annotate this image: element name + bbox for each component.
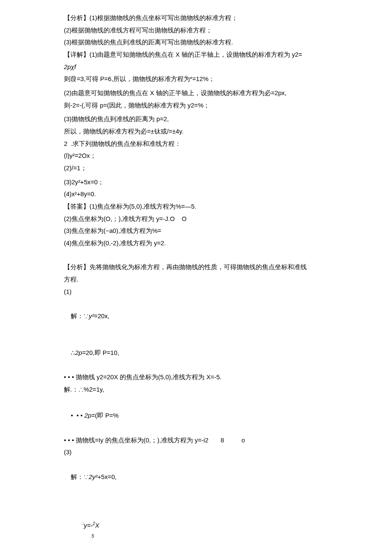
sub-2: (2)/=1； [64, 162, 328, 176]
text: =20,即 P=10, [82, 349, 119, 356]
analysis-2: (2)根据抛物线的准线方程可写出抛物线的标准方程； [64, 24, 328, 37]
text: 2 [93, 521, 95, 526]
text: y=- [84, 522, 93, 529]
detail-1b: 2pχf [64, 61, 328, 73]
sol-3a: 解：∵2y²+5x=0, [64, 459, 328, 495]
sol-3b: ∴y=-2X 5 [64, 495, 328, 555]
analysis-1: 【分析】(1)根据抛物线的焦点坐标可写出抛物线的标准方程； [64, 12, 328, 24]
analysis-b2: 方程. [64, 273, 328, 286]
sub-3: (3)2y²+5x=0； [64, 176, 328, 189]
analysis-3: (3)根据抛物线的焦点到准线的距离可写出抛物线的标准方程. [64, 36, 328, 49]
detail-1a: 【详解】(1)由题意可知抛物线的焦点在 X 轴的正半轴上，设抛物线的标准方程为 … [64, 49, 328, 61]
text-italic: 2y² [89, 474, 97, 480]
detail-2b: 则-2=-(,可得 p=(因此，抛物线的标准方程为 y2=%； [64, 99, 328, 113]
sol-1c: • • • 抛物线 y2=20X 的焦点坐标为(5,0),准线方程为 X=-5. [64, 371, 328, 384]
part-1-label: (1) [64, 286, 328, 298]
text: ∴ [71, 349, 75, 356]
text: ∴ [81, 521, 84, 526]
spacer [64, 249, 328, 261]
text-italic: 2p [75, 349, 82, 356]
text: 解：∵ [71, 474, 89, 480]
part-3-label: (3) [64, 446, 328, 459]
detail-1c: 则葭=3,可得 P=6,所以，抛物线的标准方程为*=12%； [64, 73, 328, 87]
answer-2: (2)焦点坐标为(O,；),准线方程为 y=-J.O O [64, 213, 328, 225]
text: =(即 P=% [91, 412, 118, 419]
sol-1b: ∴2p=20,即 P=10, [64, 334, 328, 371]
sol-2b: • • • 2p=(即 P=% [64, 398, 328, 434]
analysis-b1: 【分析】先将抛物线化为标准方程，再由抛物线的性质，可得抛物线的焦点坐标和准线 [64, 261, 328, 273]
text-italic: 2p [84, 412, 91, 419]
text: X [95, 522, 99, 529]
sub-1: (l)y²=2Ox； [64, 150, 328, 162]
text: 5 [92, 533, 94, 538]
problem-2-stem: 2 .求下列抛物线的焦点坐标和准线方程： [64, 138, 328, 150]
answer-1: 【答案】(1)焦点坐标为(5,0),准线方程为%=—5. [64, 200, 328, 213]
document-page: 【分析】(1)根据抛物线的焦点坐标可写出抛物线的标准方程； (2)根据抛物线的准… [0, 0, 392, 555]
text-italic: y² [89, 313, 94, 320]
answer-4: (4)焦点坐标为(0,-2),准线方程为 y=2. [64, 237, 328, 250]
text: =20x, [94, 313, 110, 320]
detail-3a: (3)抛物线的焦点到准线的距离为 p=2, [64, 113, 328, 125]
sub-4: (4)x²+8y=0. [64, 188, 328, 200]
detail-3b: 所以，抛物线的标准方程为必=±钛或/=±4y. [64, 125, 328, 138]
detail-2a: (2)由题意可知抛物线的焦点在 X 轴的正半轴上，设抛物线的标准方程为必=2px… [64, 87, 328, 99]
sol-2c: • • • 抛物线=Iy 的焦点坐标为(0,；),准线方程为 y=-i2 8 o [64, 434, 328, 447]
sol-2a: 解.：∴%2=1y, [64, 384, 328, 398]
answer-3: (3)焦点坐标为(−a0),准线方程为%= [64, 225, 328, 237]
sol-1a: 解：∵y²=20x, [64, 298, 328, 334]
text: 解：∵ [71, 313, 89, 320]
text: +5x=0, [98, 474, 117, 480]
text: • • • [71, 412, 84, 419]
